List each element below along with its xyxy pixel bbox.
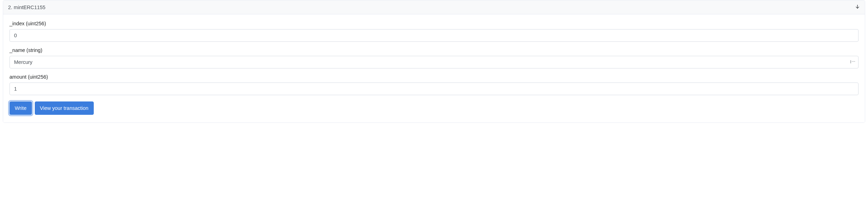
function-title: 2. mintERC1155 [8,5,45,10]
input-amount[interactable] [9,83,859,95]
button-row: Write View your transaction [9,101,859,115]
form-group-name: _name (string) [9,47,859,68]
label-index: _index (uint256) [9,21,859,26]
write-button[interactable]: Write [9,101,32,115]
input-wrap [9,83,859,95]
input-name[interactable] [9,56,859,68]
function-card: 2. mintERC1155 _index (uint256) _name (s… [3,0,865,123]
label-name: _name (string) [9,47,859,53]
view-transaction-button[interactable]: View your transaction [35,101,94,115]
arrow-down-icon [855,4,860,10]
function-header[interactable]: 2. mintERC1155 [3,0,865,14]
form-group-amount: amount (uint256) [9,74,859,95]
function-body: _index (uint256) _name (string) amount (… [3,14,865,123]
input-index[interactable] [9,29,859,42]
form-group-index: _index (uint256) [9,21,859,42]
input-wrap [9,56,859,68]
input-wrap [9,29,859,42]
label-amount: amount (uint256) [9,74,859,80]
